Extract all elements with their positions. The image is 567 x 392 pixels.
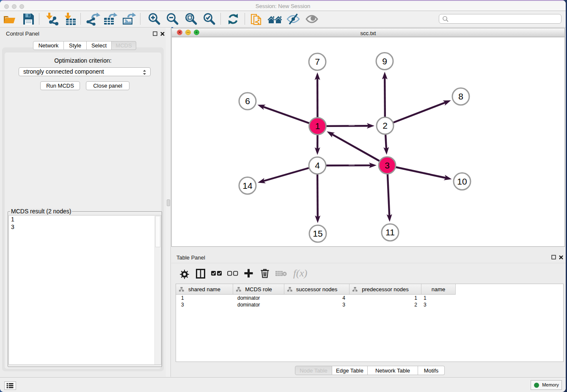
svg-text:9: 9 (382, 56, 387, 66)
svg-text:f(x): f(x) (293, 268, 307, 279)
svg-text:6: 6 (245, 96, 250, 106)
svg-text:4: 4 (315, 160, 320, 170)
svg-text:1: 1 (315, 121, 320, 131)
svg-text:2: 2 (383, 121, 388, 130)
svg-text:14: 14 (242, 181, 253, 190)
svg-text:11: 11 (385, 227, 395, 237)
svg-text:7: 7 (315, 57, 320, 66)
svg-text:3: 3 (385, 160, 390, 170)
svg-text:15: 15 (313, 229, 322, 238)
svg-text:8: 8 (458, 91, 463, 101)
svg-text:10: 10 (457, 177, 467, 186)
